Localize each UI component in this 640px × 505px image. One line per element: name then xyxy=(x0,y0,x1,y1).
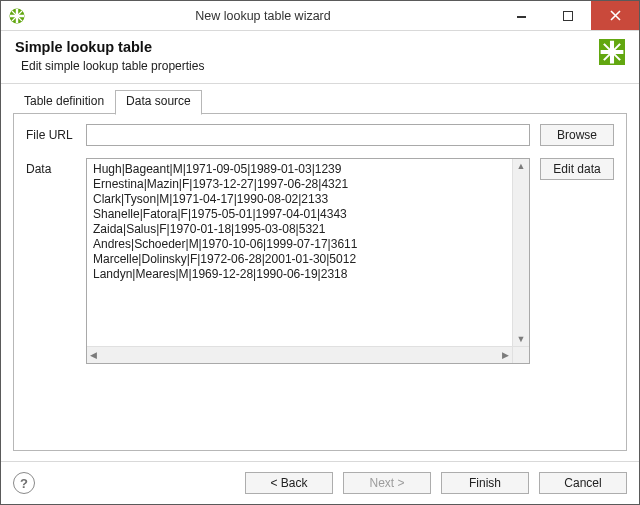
window-buttons xyxy=(499,1,639,30)
scrollbar-vertical[interactable]: ▲▼ xyxy=(512,159,529,346)
finish-button[interactable]: Finish xyxy=(441,472,529,494)
title-bar: New lookup table wizard xyxy=(1,1,639,31)
file-url-input[interactable] xyxy=(86,124,530,146)
brand-icon xyxy=(599,39,625,65)
tab-bar: Table definition Data source xyxy=(13,90,627,114)
window: New lookup table wizard Simple lookup ta… xyxy=(0,0,640,505)
data-textarea[interactable]: Hugh|Bageant|M|1971-09-05|1989-01-03|123… xyxy=(87,159,512,346)
svg-rect-1 xyxy=(517,16,526,18)
data-label: Data xyxy=(26,158,76,176)
wizard-header: Simple lookup table Edit simple lookup t… xyxy=(1,31,639,84)
minimize-button[interactable] xyxy=(499,1,545,30)
browse-button[interactable]: Browse xyxy=(540,124,614,146)
tab-panel-data-source: File URL Browse Data Hugh|Bageant|M|1971… xyxy=(13,114,627,451)
maximize-button[interactable] xyxy=(545,1,591,30)
app-icon xyxy=(7,6,27,26)
tab-table-definition[interactable]: Table definition xyxy=(13,90,115,114)
next-button[interactable]: Next > xyxy=(343,472,431,494)
data-textarea-wrap: Hugh|Bageant|M|1971-09-05|1989-01-03|123… xyxy=(86,158,530,364)
edit-data-button[interactable]: Edit data xyxy=(540,158,614,180)
window-title: New lookup table wizard xyxy=(27,9,499,23)
scrollbar-horizontal[interactable]: ◀▶ xyxy=(87,346,512,363)
help-icon[interactable]: ? xyxy=(13,472,35,494)
scroll-up-icon: ▲ xyxy=(514,159,529,173)
file-url-row: File URL Browse xyxy=(26,124,614,146)
scrollbar-corner xyxy=(512,346,529,363)
wizard-footer: ? < Back Next > Finish Cancel xyxy=(1,461,639,504)
data-row: Data Hugh|Bageant|M|1971-09-05|1989-01-0… xyxy=(26,158,614,438)
scroll-left-icon: ◀ xyxy=(87,348,100,362)
svg-rect-2 xyxy=(564,11,573,20)
tab-data-source[interactable]: Data source xyxy=(115,90,202,115)
file-url-label: File URL xyxy=(26,124,76,142)
back-button[interactable]: < Back xyxy=(245,472,333,494)
page-title: Simple lookup table xyxy=(15,39,591,55)
cancel-button[interactable]: Cancel xyxy=(539,472,627,494)
page-subtitle: Edit simple lookup table properties xyxy=(15,59,591,73)
scroll-down-icon: ▼ xyxy=(514,332,529,346)
scroll-right-icon: ▶ xyxy=(499,348,512,362)
wizard-content: Table definition Data source File URL Br… xyxy=(1,84,639,461)
close-button[interactable] xyxy=(591,1,639,30)
